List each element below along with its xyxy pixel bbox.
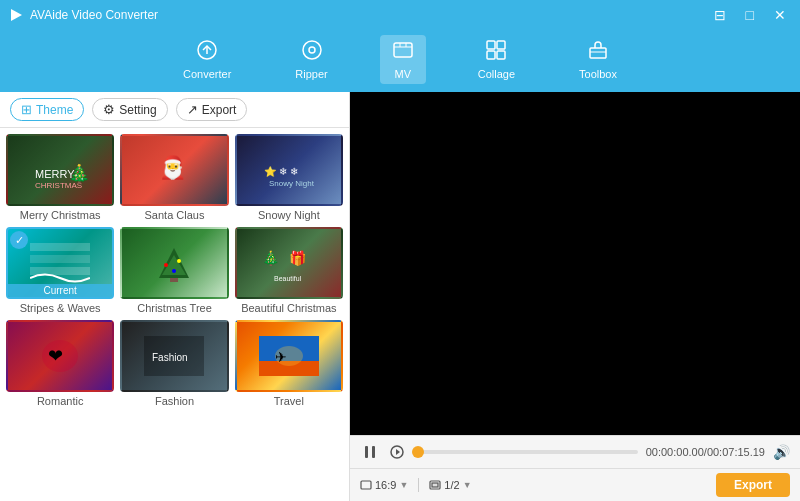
divider — [418, 478, 419, 492]
tab-ripper[interactable]: Ripper — [283, 35, 339, 84]
close-btn[interactable]: ✕ — [768, 5, 792, 25]
theme-label-stripes-waves: Stripes & Waves — [20, 302, 101, 314]
export-button[interactable]: Export — [716, 473, 790, 497]
svg-rect-21 — [170, 278, 178, 282]
svg-rect-37 — [372, 446, 375, 458]
video-controls: 00:00:00.00/00:07:15.19 🔊 — [350, 435, 800, 468]
progress-bar[interactable] — [414, 450, 638, 454]
stop-btn[interactable] — [388, 443, 406, 461]
collage-icon — [485, 39, 507, 64]
theme-thumb-christmas-tree — [120, 227, 228, 299]
resolution-value: 1/2 — [444, 479, 459, 491]
theme-thumb-romantic: ❤ — [6, 320, 114, 392]
svg-rect-36 — [365, 446, 368, 458]
svg-rect-4 — [394, 43, 412, 57]
svg-text:Snowy Night: Snowy Night — [269, 179, 315, 188]
theme-icon: ⊞ — [21, 102, 32, 117]
minimize-btn[interactable]: ⊟ — [708, 5, 732, 25]
mv-icon — [392, 39, 414, 64]
ratio-arrow: ▼ — [399, 480, 408, 490]
svg-rect-6 — [497, 41, 505, 49]
theme-thumb-snowy-night: ⭐ ❄ ❄Snowy Night — [235, 134, 343, 206]
video-preview — [350, 92, 800, 435]
theme-label: Theme — [36, 103, 73, 117]
theme-grid: MERRYCHRISTMAS🎄 Merry Christmas 🎅 Santa … — [0, 128, 349, 501]
theme-thumb-fashion: Fashion — [120, 320, 228, 392]
svg-rect-5 — [487, 41, 495, 49]
resolution-arrow: ▼ — [463, 480, 472, 490]
setting-icon: ⚙ — [103, 102, 115, 117]
svg-rect-40 — [361, 481, 371, 489]
ratio-select[interactable]: 16:9 ▼ — [360, 479, 408, 491]
tab-mv[interactable]: MV — [380, 35, 426, 84]
main-content: ⊞ Theme ⚙ Setting ↗ Export MERRYCHRISTMA… — [0, 92, 800, 501]
svg-rect-9 — [590, 48, 606, 58]
time-total: 00:07:15.19 — [707, 446, 765, 458]
theme-fashion[interactable]: Fashion Fashion — [120, 320, 228, 407]
theme-label-beautiful-christmas: Beautiful Christmas — [241, 302, 336, 314]
svg-marker-0 — [11, 9, 22, 21]
tab-collage[interactable]: Collage — [466, 35, 527, 84]
title-bar-left: AVAide Video Converter — [8, 7, 158, 23]
mv-label: MV — [394, 68, 411, 80]
subtab-setting[interactable]: ⚙ Setting — [92, 98, 167, 121]
export-row: 16:9 ▼ 1/2 ▼ Export — [350, 468, 800, 501]
svg-point-22 — [164, 263, 168, 267]
current-badge: Current — [8, 284, 112, 297]
svg-rect-16 — [30, 243, 90, 251]
ratio-value: 16:9 — [375, 479, 396, 491]
theme-label-snowy-night: Snowy Night — [258, 209, 320, 221]
svg-point-2 — [303, 41, 321, 59]
svg-point-3 — [309, 47, 315, 53]
theme-christmas-tree[interactable]: Christmas Tree — [120, 227, 228, 314]
theme-label-santa-claus: Santa Claus — [145, 209, 205, 221]
svg-text:🎁: 🎁 — [289, 250, 307, 267]
svg-text:🎅: 🎅 — [159, 154, 187, 181]
resolution-select[interactable]: 1/2 ▼ — [429, 479, 471, 491]
left-panel: ⊞ Theme ⚙ Setting ↗ Export MERRYCHRISTMA… — [0, 92, 350, 501]
title-bar-controls: ⊟ □ ✕ — [708, 5, 792, 25]
theme-merry-christmas[interactable]: MERRYCHRISTMAS🎄 Merry Christmas — [6, 134, 114, 221]
volume-icon[interactable]: 🔊 — [773, 444, 790, 460]
theme-label-fashion: Fashion — [155, 395, 194, 407]
theme-travel[interactable]: ✈ Travel — [235, 320, 343, 407]
export-icon: ↗ — [187, 102, 198, 117]
progress-dot — [412, 446, 424, 458]
theme-thumb-santa-claus: 🎅 — [120, 134, 228, 206]
theme-stripes-waves[interactable]: ✓ Current Stripes & Waves — [6, 227, 114, 314]
svg-rect-7 — [487, 51, 495, 59]
theme-thumb-travel: ✈ — [235, 320, 343, 392]
subtab-export[interactable]: ↗ Export — [176, 98, 248, 121]
time-current: 00:00:00.00 — [646, 446, 704, 458]
nav-tabs: Converter Ripper MV Collage Toolbox — [0, 30, 800, 92]
svg-rect-17 — [30, 255, 90, 263]
app-logo — [8, 7, 24, 23]
tab-toolbox[interactable]: Toolbox — [567, 35, 629, 84]
play-pause-btn[interactable] — [360, 442, 380, 462]
converter-icon — [196, 39, 218, 64]
svg-marker-39 — [396, 449, 400, 455]
subtab-theme[interactable]: ⊞ Theme — [10, 98, 84, 121]
svg-text:✈: ✈ — [275, 349, 287, 365]
svg-text:🎄: 🎄 — [68, 163, 90, 185]
ripper-icon — [301, 39, 323, 64]
theme-label-merry-christmas: Merry Christmas — [20, 209, 101, 221]
svg-text:🎄: 🎄 — [262, 250, 280, 267]
theme-romantic[interactable]: ❤ Romantic — [6, 320, 114, 407]
theme-santa-claus[interactable]: 🎅 Santa Claus — [120, 134, 228, 221]
right-panel: 00:00:00.00/00:07:15.19 🔊 16:9 ▼ 1/2 ▼ E… — [350, 92, 800, 501]
maximize-btn[interactable]: □ — [740, 5, 760, 25]
theme-snowy-night[interactable]: ⭐ ❄ ❄Snowy Night Snowy Night — [235, 134, 343, 221]
svg-text:Beautiful: Beautiful — [274, 275, 302, 282]
svg-rect-42 — [432, 483, 438, 487]
title-bar: AVAide Video Converter ⊟ □ ✕ — [0, 0, 800, 30]
svg-rect-8 — [497, 51, 505, 59]
app-title: AVAide Video Converter — [30, 8, 158, 22]
theme-label-romantic: Romantic — [37, 395, 83, 407]
tab-converter[interactable]: Converter — [171, 35, 243, 84]
theme-thumb-beautiful-christmas: 🎄 🎁 Beautiful — [235, 227, 343, 299]
theme-thumb-merry-christmas: MERRYCHRISTMAS🎄 — [6, 134, 114, 206]
theme-beautiful-christmas[interactable]: 🎄 🎁 Beautiful Beautiful Christmas — [235, 227, 343, 314]
ripper-label: Ripper — [295, 68, 327, 80]
theme-label-travel: Travel — [274, 395, 304, 407]
